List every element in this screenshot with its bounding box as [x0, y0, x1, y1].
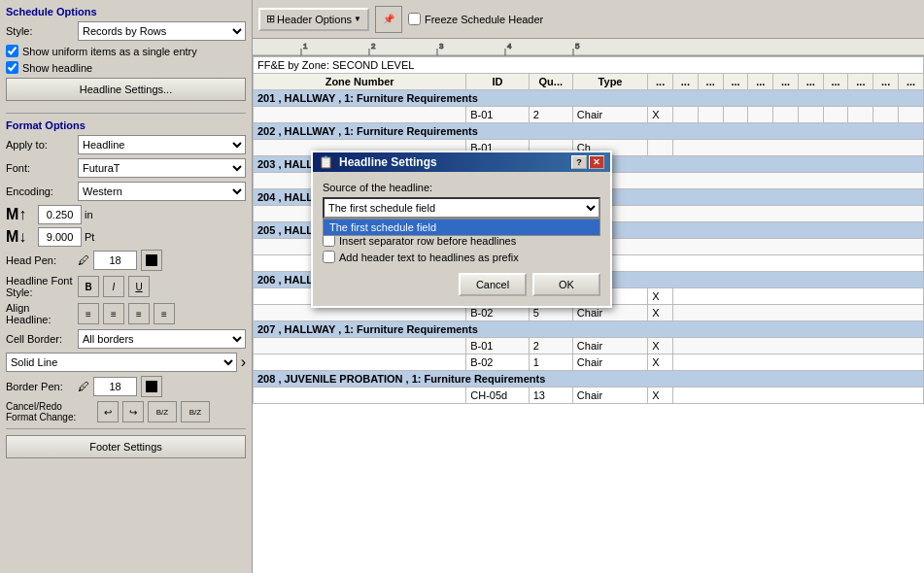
- dialog-titlebar: 📋 Headline Settings ? ✕: [313, 152, 610, 172]
- dropdown-item-first-field[interactable]: The first schedule field: [324, 219, 599, 235]
- ok-button[interactable]: OK: [532, 273, 600, 296]
- source-dropdown[interactable]: The first schedule field: [323, 197, 600, 219]
- cancel-button[interactable]: Cancel: [459, 273, 527, 296]
- dialog-buttons: Cancel OK: [323, 273, 600, 296]
- headline-settings-dialog: 📋 Headline Settings ? ✕ Source of the he…: [311, 151, 612, 308]
- dialog-title-text: Headline Settings: [339, 155, 565, 169]
- dialog-close-button[interactable]: ✕: [589, 155, 604, 169]
- insert-separator-label: Insert separator row before headlines: [339, 235, 516, 247]
- source-dropdown-row: The first schedule field The first sched…: [323, 197, 600, 219]
- dialog-title-icon: 📋: [319, 155, 333, 169]
- dialog-overlay: 📋 Headline Settings ? ✕ Source of the he…: [0, 0, 924, 573]
- dialog-titlebar-buttons: ? ✕: [571, 155, 604, 169]
- dialog-body: Source of the headline: The first schedu…: [313, 172, 610, 306]
- add-header-checkbox[interactable]: [323, 251, 335, 263]
- add-header-row: Add header text to headlines as prefix: [323, 251, 600, 263]
- dropdown-list: The first schedule field: [323, 219, 600, 236]
- dialog-help-button[interactable]: ?: [571, 155, 587, 169]
- add-header-label: Add header text to headlines as prefix: [339, 252, 519, 263]
- source-label: Source of the headline:: [323, 182, 600, 193]
